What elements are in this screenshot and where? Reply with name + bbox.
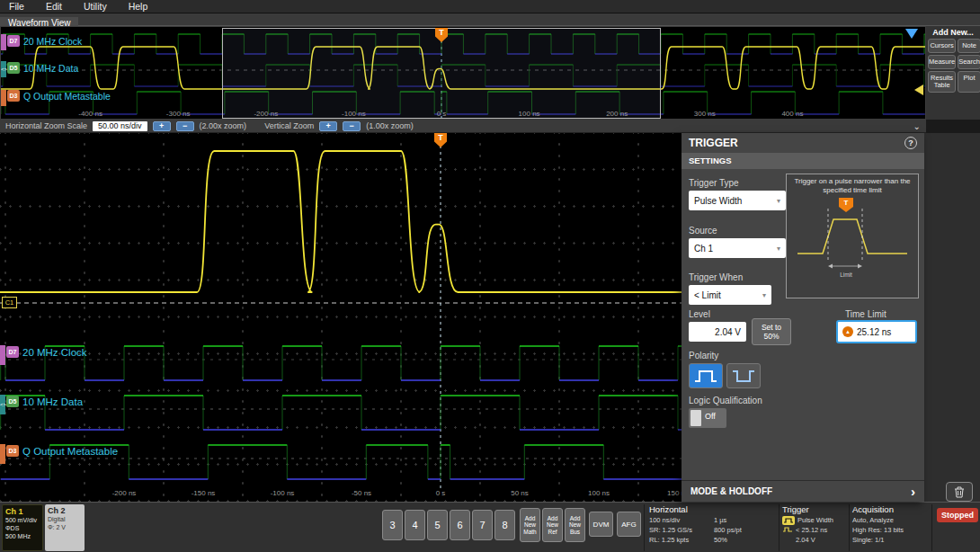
add-new-note-button[interactable]: Note: [958, 39, 980, 53]
v-zoom-in-button[interactable]: +: [319, 121, 337, 131]
horizontal-zoom-scale-value[interactable]: 50.00 ns/div: [93, 121, 147, 131]
channel-edge-tab-d7[interactable]: [1, 34, 6, 50]
trigger-type-dropdown[interactable]: Pulse Width▾: [689, 191, 786, 210]
channel-badge-d7: D7: [7, 35, 20, 47]
overview-waveform-pane: T D720 MHz ClockD510 MHz DataD3Q Output …: [0, 26, 926, 120]
add-new-search-button[interactable]: Search: [958, 55, 980, 69]
channel-label-row[interactable]: D720 MHz Clock: [6, 346, 87, 358]
main-axis-label: -50 ns: [352, 489, 371, 497]
menu-item-help[interactable]: Help: [129, 1, 148, 12]
trigger-settings-panel: TRIGGER ? SETTINGS Trigger Type Pulse Wi…: [682, 133, 924, 502]
channel-label-row[interactable]: D510 MHz Data: [7, 62, 78, 74]
add-new-measure-button[interactable]: Measure: [928, 55, 956, 69]
channel-name: 10 MHz Data: [22, 396, 83, 407]
chevron-down-icon: ▾: [777, 197, 780, 205]
add-new-ref-button[interactable]: Add New Ref: [542, 508, 563, 542]
add-new-math-button[interactable]: Add New Math: [520, 508, 540, 542]
horizontal-readout-block[interactable]: Horizontal 100 ns/div1 µsSR: 1.25 GS/s80…: [649, 504, 777, 551]
add-new-results-table-button[interactable]: Results Table: [928, 71, 956, 93]
horizontal-readout: SR: 1.25 GS/s: [649, 526, 692, 534]
chevron-down-icon: ▾: [777, 245, 780, 253]
svg-text:Limit: Limit: [840, 272, 852, 278]
level-input[interactable]: 2.04 V: [689, 322, 746, 342]
channel-label-row[interactable]: D3Q Output Metastable: [7, 90, 111, 102]
channel-label-row[interactable]: D720 MHz Clock: [7, 35, 82, 47]
overview-axis-label: -300 ns: [166, 110, 191, 118]
h-zoom-out-button[interactable]: −: [176, 121, 194, 131]
main-axis-label: -150 ns: [192, 489, 216, 497]
horizontal-readout: 1 µs: [714, 516, 726, 524]
source-label: Source: [689, 226, 717, 236]
time-limit-label: Time Limit: [845, 309, 886, 319]
ch1-badge[interactable]: Ch 1 500 mV/div ΦDS 500 MHz: [2, 504, 43, 551]
dvm-button[interactable]: DVM: [589, 512, 613, 537]
polarity-positive-button[interactable]: [689, 363, 723, 388]
channel-label-row[interactable]: D510 MHz Data: [6, 396, 83, 407]
channel-badge-d3: D3: [7, 90, 20, 102]
zoom-scale-bar: Horizontal Zoom Scale 50.00 ns/div + − (…: [0, 120, 926, 133]
channel-button-6[interactable]: 6: [450, 510, 470, 540]
menu-item-utility[interactable]: Utility: [84, 1, 107, 12]
overview-axis-label: 100 ns: [519, 110, 540, 118]
right-gutter: [924, 133, 980, 502]
main-axis-label: 0 s: [436, 489, 446, 497]
channel-badge-d3: D3: [6, 445, 19, 457]
channel-edge-tab-d3[interactable]: [1, 90, 6, 106]
ch2-badge[interactable]: Ch 2 Digital Φ: 2 V: [45, 504, 85, 551]
channel-name: 20 MHz Clock: [23, 36, 82, 47]
negative-pulse-icon: [731, 368, 756, 384]
chevron-down-icon: ▾: [762, 291, 766, 299]
trigger-level-arrow-icon[interactable]: [914, 85, 923, 95]
overview-axis-label: 200 ns: [606, 110, 628, 118]
trigger-when-label: Trigger When: [689, 272, 743, 282]
set-to-50-button[interactable]: Set to50%: [752, 318, 791, 345]
channel-badge-d5: D5: [6, 396, 19, 407]
trigger-when-dropdown[interactable]: < Limit▾: [689, 285, 771, 305]
channel-badge-d5: D5: [7, 62, 20, 74]
channel-button-8[interactable]: 8: [494, 510, 515, 540]
channel-edge-tab-d3[interactable]: [0, 444, 5, 464]
v-zoom-out-button[interactable]: −: [343, 121, 361, 131]
add-new-bus-button[interactable]: Add New Bus: [565, 508, 585, 542]
settings-section-label: SETTINGS: [682, 153, 924, 169]
acquisition-readout-block[interactable]: Acquisition Auto, Analyze High Res: 13 b…: [852, 504, 930, 551]
channel-button-5[interactable]: 5: [427, 510, 448, 540]
afg-button[interactable]: AFG: [617, 512, 641, 537]
polarity-negative-button[interactable]: [726, 363, 761, 388]
search-corner-icon: [905, 29, 918, 39]
logic-qualification-toggle[interactable]: Off: [689, 408, 726, 428]
channel-button-7[interactable]: 7: [472, 510, 493, 540]
source-dropdown[interactable]: Ch 1▾: [689, 238, 786, 258]
pan-handle-icon[interactable]: <>: [0, 395, 5, 414]
add-new-cursors-button[interactable]: Cursors: [928, 39, 956, 53]
trash-button[interactable]: [946, 482, 973, 502]
bottom-status-bar: Ch 1 500 mV/div ΦDS 500 MHz Ch 2 Digital…: [0, 502, 980, 552]
mode-holdoff-section[interactable]: MODE & HOLDOFF ›: [682, 480, 924, 502]
collapse-overview-icon[interactable]: ⌄: [913, 121, 921, 131]
trigger-hint-box: Trigger on a pulse narrower than the spe…: [786, 174, 919, 298]
channel-button-4[interactable]: 4: [405, 510, 425, 540]
main-axis-label: 100 ns: [588, 489, 610, 497]
channel-name: Q Output Metastable: [22, 446, 118, 457]
pan-handle-icon[interactable]: <>: [1, 61, 6, 77]
polarity-label: Polarity: [689, 351, 718, 361]
help-icon[interactable]: ?: [904, 137, 917, 149]
ch1-ground-marker[interactable]: C1: [2, 297, 17, 308]
channel-badge-d7: D7: [6, 346, 19, 358]
menu-item-edit[interactable]: Edit: [46, 1, 62, 12]
trigger-readout-block[interactable]: Trigger Pulse Width < 25.12 ns 2.04 V: [782, 504, 847, 551]
add-new-plot-button[interactable]: Plot: [958, 71, 980, 93]
positive-pulse-icon: [693, 368, 718, 384]
channel-button-3[interactable]: 3: [382, 510, 403, 540]
pulse-width-icon: [782, 516, 795, 525]
h-zoom-in-button[interactable]: +: [153, 121, 171, 131]
pulse-width-diagram: T Limit: [792, 194, 913, 282]
time-limit-input[interactable]: ▲ 25.12 ns: [836, 320, 917, 343]
logic-qualification-label: Logic Qualification: [689, 396, 762, 405]
pulse-glyph-icon: [782, 526, 793, 535]
run-stop-status-button[interactable]: Stopped: [937, 508, 978, 522]
add-new-panel: Add New... CursorsNoteMeasureSearchResul…: [926, 26, 980, 120]
channel-label-row[interactable]: D3Q Output Metastable: [6, 445, 118, 457]
menu-item-file[interactable]: File: [9, 1, 24, 12]
channel-edge-tab-d7[interactable]: [0, 345, 5, 365]
